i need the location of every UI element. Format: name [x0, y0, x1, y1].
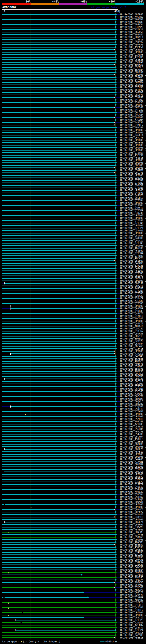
alignment-row[interactable]: UniRef100_A8B8Z6: [0, 636, 146, 639]
hit-bar[interactable]: [2, 266, 115, 266]
hit-bar[interactable]: [2, 188, 115, 188]
hit-bar[interactable]: [2, 562, 115, 563]
hit-bar[interactable]: [2, 454, 115, 454]
hit-bar[interactable]: [2, 421, 115, 422]
hit-bar[interactable]: [2, 253, 115, 254]
hit-bar[interactable]: [2, 519, 115, 520]
hit-bar[interactable]: [2, 107, 114, 108]
hit-bar[interactable]: [2, 263, 115, 264]
hit-bar[interactable]: [4, 522, 115, 522]
hit-bar[interactable]: [2, 67, 115, 68]
hit-bar[interactable]: [2, 517, 114, 518]
hit-bar[interactable]: [2, 441, 115, 442]
hit-bar[interactable]: [2, 429, 115, 430]
hit-bar[interactable]: [2, 414, 115, 414]
hit-bar[interactable]: [2, 293, 115, 294]
hit-bar[interactable]: [2, 288, 115, 289]
hit-bar[interactable]: [11, 308, 115, 309]
hit-bar[interactable]: [2, 622, 115, 623]
hit-bar[interactable]: [2, 14, 115, 15]
hit-bar[interactable]: [2, 19, 115, 20]
hit-bar[interactable]: [2, 537, 115, 538]
hit-bar[interactable]: [2, 494, 115, 495]
hit-bar[interactable]: [2, 72, 115, 73]
hit-bar[interactable]: [2, 534, 115, 535]
hit-bar[interactable]: [2, 388, 115, 389]
hit-bar[interactable]: [2, 180, 115, 181]
hit-bar[interactable]: [2, 17, 115, 17]
hit-bar[interactable]: [2, 39, 115, 40]
hit-bar[interactable]: [2, 635, 115, 636]
hit-bar[interactable]: [2, 396, 115, 397]
hit-bar[interactable]: [11, 306, 115, 306]
hit-bar[interactable]: [2, 532, 115, 532]
hit-bar[interactable]: [2, 404, 115, 404]
hit-bar[interactable]: [2, 607, 115, 608]
hit-bar[interactable]: [2, 584, 115, 585]
hit-bar[interactable]: [2, 301, 115, 301]
hit-bar[interactable]: [2, 218, 115, 218]
hit-bar[interactable]: [2, 182, 115, 183]
hit-bar[interactable]: [2, 381, 115, 382]
hit-bar[interactable]: [2, 444, 115, 444]
hit-bar[interactable]: [2, 434, 115, 434]
hit-bar[interactable]: [2, 260, 114, 261]
hit-bar[interactable]: [2, 178, 115, 178]
hit-bar[interactable]: [2, 552, 115, 552]
hit-bar[interactable]: [2, 290, 115, 291]
hit-bar[interactable]: [2, 323, 115, 324]
hit-bar[interactable]: [2, 233, 115, 234]
hit-bar[interactable]: [2, 94, 115, 95]
hit-bar[interactable]: [2, 70, 115, 70]
hit-bar[interactable]: [2, 600, 115, 600]
hit-bar[interactable]: [2, 162, 115, 163]
hit-bar[interactable]: [2, 567, 115, 568]
hit-bar[interactable]: [2, 175, 115, 176]
hit-bar[interactable]: [2, 321, 115, 322]
hit-bar[interactable]: [2, 168, 114, 168]
hit-bar[interactable]: [2, 331, 115, 332]
hit-bar[interactable]: [2, 200, 115, 201]
hit-bar[interactable]: [2, 80, 115, 80]
hit-bar[interactable]: [2, 152, 115, 153]
hit-bar[interactable]: [2, 572, 115, 573]
hit-bar[interactable]: [2, 371, 115, 372]
hit-bar[interactable]: [2, 338, 115, 339]
hit-bar[interactable]: [2, 529, 115, 530]
hit-bar[interactable]: [2, 582, 114, 583]
hit-bar[interactable]: [2, 158, 115, 158]
hit-bar[interactable]: [2, 336, 115, 336]
hit-bar[interactable]: [2, 228, 115, 228]
hit-bar[interactable]: [2, 258, 115, 258]
hit-bar[interactable]: [2, 49, 114, 50]
hit-bar[interactable]: [2, 122, 114, 123]
hit-bar[interactable]: [2, 431, 115, 432]
hit-bar[interactable]: [2, 100, 115, 100]
hit-bar[interactable]: [2, 276, 115, 276]
hit-bar[interactable]: [2, 492, 115, 492]
hit-bar[interactable]: [16, 620, 115, 620]
hit-bar[interactable]: [2, 333, 115, 334]
hit-bar[interactable]: [2, 570, 115, 570]
hit-bar[interactable]: [2, 198, 115, 198]
hit-bar[interactable]: [2, 90, 115, 90]
hit-bar[interactable]: [2, 87, 115, 88]
hit-bar[interactable]: [2, 47, 115, 48]
hit-bar[interactable]: [2, 110, 115, 110]
hit-bar[interactable]: [2, 592, 83, 593]
hit-bar[interactable]: [2, 356, 115, 356]
hit-bar[interactable]: [2, 497, 115, 497]
hit-bar[interactable]: [2, 368, 115, 369]
hit-bar[interactable]: [2, 137, 115, 138]
hit-bar[interactable]: [2, 185, 115, 186]
hit-bar[interactable]: [2, 524, 115, 525]
hit-bar[interactable]: [2, 479, 115, 480]
hit-bar[interactable]: [2, 328, 115, 329]
hit-bar[interactable]: [2, 542, 115, 542]
hit-bar[interactable]: [2, 243, 115, 244]
hit-bar[interactable]: [2, 612, 115, 613]
hit-bar[interactable]: [2, 120, 115, 120]
hit-bar[interactable]: [2, 610, 115, 610]
hit-bar[interactable]: [2, 574, 81, 575]
hit-bar[interactable]: [2, 250, 115, 251]
